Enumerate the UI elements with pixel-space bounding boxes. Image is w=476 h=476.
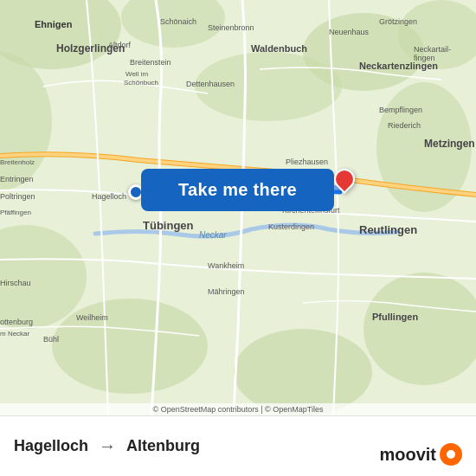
moovit-text: moovit xyxy=(379,445,436,465)
take-me-there-button[interactable]: Take me there xyxy=(141,169,334,211)
map-container: Neckar Ehnigen Holzgerlingen Altdorf Bre… xyxy=(0,0,476,415)
origin-name: Hagelloch xyxy=(14,437,88,455)
bottom-bar: Hagelloch → Altenburg moovit xyxy=(0,415,476,476)
route-arrow-icon: → xyxy=(99,436,116,456)
destination-marker xyxy=(334,169,355,195)
destination-name: Altenburg xyxy=(126,437,200,455)
take-me-there-overlay[interactable]: Take me there xyxy=(141,169,334,211)
map-attribution: © OpenStreetMap contributors | © OpenMap… xyxy=(0,403,476,415)
moovit-logo-dot xyxy=(440,443,462,466)
moovit-logo: moovit xyxy=(379,443,462,466)
